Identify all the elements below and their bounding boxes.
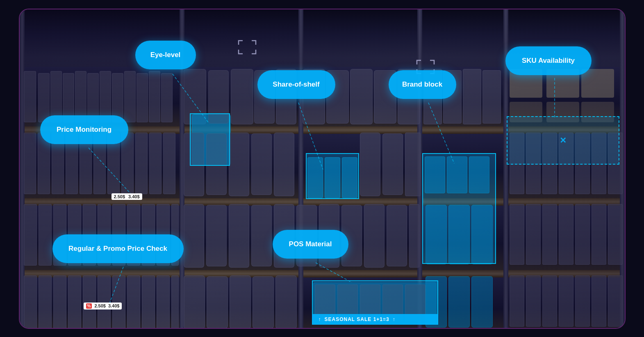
eye-level-label: Eye-level	[150, 51, 181, 59]
sku-availability-highlight: ✕	[507, 116, 619, 165]
arrow-up-icon-right: ↑	[393, 316, 396, 322]
main-container: ✕ 2.50$ 3.40$ % 2.50$ 3.40$ ↑ SEASONAL S…	[19, 9, 626, 329]
regular-promo-label: Regular & Promo Price Check	[68, 245, 167, 253]
price-tag-2-val2: 3.40$	[108, 303, 120, 308]
eye-level-highlight	[190, 113, 230, 166]
percent-icon: %	[86, 303, 92, 309]
pos-material-label: POS Material	[289, 240, 332, 248]
share-of-shelf-bubble: Share-of-shelf	[257, 70, 335, 99]
sku-availability-bubble: SKU Availability	[505, 46, 592, 75]
brand-block-label: Brand block	[402, 80, 442, 89]
share-of-shelf-label: Share-of-shelf	[273, 80, 319, 89]
price-tag-1: 2.50$ 3.40$	[112, 193, 142, 200]
price-tag-2-val1: 2.50$	[94, 303, 106, 308]
seasonal-sale-banner: ↑ SEASONAL SALE 1+1=3 ↑	[312, 314, 438, 325]
eye-level-bubble: Eye-level	[135, 41, 196, 69]
expand-marker-1	[237, 39, 257, 55]
price-tag-1-val2: 3.40$	[128, 194, 140, 199]
pos-material-bubble: POS Material	[273, 230, 348, 259]
sku-availability-label: SKU Availability	[522, 57, 575, 65]
x-marker: ✕	[560, 135, 567, 145]
share-of-shelf-highlight	[306, 153, 359, 199]
price-tag-1-val1: 2.50$	[114, 194, 125, 199]
price-tag-2: % 2.50$ 3.40$	[84, 303, 122, 309]
price-monitoring-bubble: Price Monitoring	[40, 115, 128, 144]
brand-block-highlight	[422, 153, 496, 264]
price-monitoring-label: Price Monitoring	[57, 126, 112, 134]
brand-block-bubble: Brand block	[389, 70, 456, 99]
arrow-up-icon: ↑	[319, 316, 321, 322]
regular-promo-bubble: Regular & Promo Price Check	[52, 234, 184, 263]
seasonal-sale-text: SEASONAL SALE 1+1=3	[325, 316, 389, 322]
